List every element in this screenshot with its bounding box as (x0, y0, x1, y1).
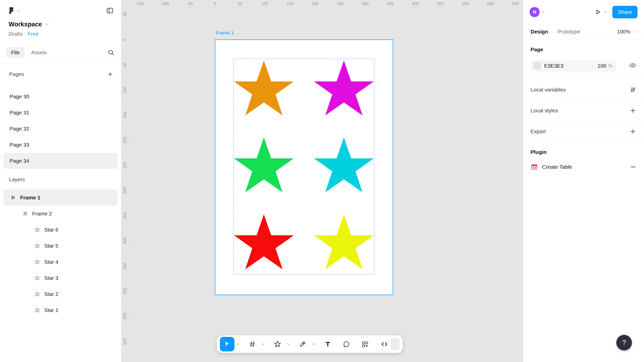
right-sidebar: N Share Design Prototype 100% Page E3E3E… (523, 0, 644, 362)
collapse-sidebar-icon[interactable] (106, 7, 114, 15)
pen-tool[interactable] (295, 337, 310, 351)
workspace-selector[interactable]: Workspace (0, 21, 121, 28)
canvas[interactable]: Frame 1 -150 -100 -50 0 50 (121, 0, 523, 362)
layer-item[interactable]: Star 3 (4, 270, 117, 286)
page-color-hex[interactable]: E3E3E3 (544, 63, 564, 69)
frame-2[interactable] (233, 59, 374, 275)
drafts-label[interactable]: Drafts (9, 31, 23, 37)
page-color-field[interactable]: E3E3E3 100 % (531, 60, 616, 72)
avatar[interactable]: N (530, 7, 540, 17)
visibility-eye-icon[interactable] (629, 62, 636, 69)
pen-tool-icon (299, 340, 306, 348)
frame-1[interactable] (215, 39, 393, 295)
plugin-name: Create Table (542, 164, 572, 170)
pages-list: Page 30 Page 31 Page 32 Page 33 Page 34 (0, 88, 121, 169)
present-play-icon[interactable] (594, 9, 601, 16)
page-color-opacity[interactable]: 100 (597, 63, 606, 69)
chevron-down-icon (261, 342, 265, 346)
star-magenta[interactable] (314, 59, 374, 117)
move-tool[interactable] (220, 337, 234, 351)
page-item[interactable]: Page 34 (4, 153, 117, 169)
tool-dropdown-chevron[interactable] (260, 337, 266, 351)
breadcrumb: Drafts Free (0, 31, 121, 37)
frame-label[interactable]: Frame 1 (216, 30, 234, 36)
page-item[interactable]: Page 31 (4, 105, 117, 121)
layer-item[interactable]: Star 2 (4, 286, 117, 302)
add-page-button[interactable] (107, 71, 113, 77)
help-button[interactable]: ? (616, 335, 632, 350)
chevron-down-icon (286, 342, 290, 346)
page-item[interactable]: Page 30 (4, 88, 117, 105)
tab-file[interactable]: File (6, 47, 25, 58)
chevron-down-icon[interactable] (542, 10, 545, 14)
plugin-section-header: Plugin (531, 149, 636, 155)
plus-icon[interactable] (629, 128, 636, 135)
panel-section-row[interactable]: Local styles (523, 100, 644, 121)
dev-mode-icon (381, 340, 388, 348)
create-table-icon (531, 163, 538, 171)
panel-sections: Local variables Local styles Export (523, 79, 644, 142)
chevron-down-icon (633, 30, 636, 33)
frame-tool[interactable] (245, 337, 260, 351)
page-color-swatch[interactable] (534, 63, 541, 69)
layer-item[interactable]: Star 1 (4, 302, 117, 318)
star-layer-icon (34, 291, 40, 297)
zoom-control[interactable]: 100% (617, 29, 636, 35)
text-tool[interactable] (320, 337, 335, 351)
chevron-down-icon[interactable] (603, 10, 607, 14)
frame-hash-icon (22, 211, 28, 217)
tab-design[interactable]: Design (531, 29, 548, 35)
star-layer-icon (34, 259, 40, 265)
actions-tool[interactable] (358, 337, 372, 351)
star-green[interactable] (234, 136, 294, 194)
search-icon[interactable] (107, 49, 114, 56)
shape-tool[interactable] (270, 337, 285, 351)
panel-section-row[interactable]: Export (523, 121, 644, 142)
star-layer-icon (34, 227, 40, 233)
main-menu[interactable] (9, 7, 20, 14)
opacity-unit: % (608, 63, 613, 69)
chevron-down-icon (236, 342, 240, 346)
figma-logo-icon (9, 7, 14, 14)
tool-dropdown-chevron[interactable] (235, 337, 241, 351)
cursor-icon (223, 340, 231, 348)
comment-tool[interactable] (339, 337, 354, 351)
dev-mode-toggle[interactable] (381, 338, 400, 350)
star-orange[interactable] (234, 59, 294, 117)
adjust-sliders-icon[interactable] (629, 86, 636, 93)
plus-icon[interactable] (629, 107, 636, 114)
layers-list: Frame 1 Frame 2 (0, 190, 121, 318)
layer-item[interactable]: Frame 1 (4, 190, 117, 206)
page-item[interactable]: Page 32 (4, 121, 117, 137)
layer-item[interactable]: Star 4 (4, 254, 117, 270)
chevron-down-icon (45, 22, 49, 26)
tab-prototype[interactable]: Prototype (558, 29, 580, 35)
star-layer-icon (34, 275, 40, 281)
layer-item[interactable]: Star 5 (4, 238, 117, 254)
toolbar-divider (376, 339, 377, 349)
tool-dropdown-chevron[interactable] (285, 337, 291, 351)
star-layer-icon (34, 307, 40, 313)
panel-section-row[interactable]: Local variables (523, 79, 644, 100)
pages-header: Pages (9, 71, 24, 77)
tab-assets[interactable]: Assets (26, 47, 52, 58)
text-tool-icon (324, 340, 332, 348)
star-red[interactable] (234, 213, 294, 270)
tool-dropdown-chevron[interactable] (310, 337, 316, 351)
layer-item[interactable]: Star 6 (4, 222, 117, 238)
page-item[interactable]: Page 33 (4, 137, 117, 153)
toolbar (217, 335, 403, 353)
left-sidebar: Workspace Drafts Free File Assets Pages … (0, 0, 121, 362)
workspace-name: Workspace (9, 21, 42, 28)
layer-item[interactable]: Frame 2 (4, 206, 117, 222)
page-section-header: Page (531, 47, 636, 53)
dev-mode-track (391, 338, 400, 350)
plugin-item[interactable]: Create Table (531, 163, 636, 171)
share-button[interactable]: Share (612, 6, 637, 18)
chevron-down-icon (17, 9, 20, 13)
star-cyan[interactable] (314, 136, 374, 194)
remove-plugin-minus-icon[interactable] (629, 163, 636, 170)
star-yellow[interactable] (314, 213, 374, 270)
plan-badge[interactable]: Free (28, 31, 38, 37)
layers-header: Layers (9, 176, 25, 183)
